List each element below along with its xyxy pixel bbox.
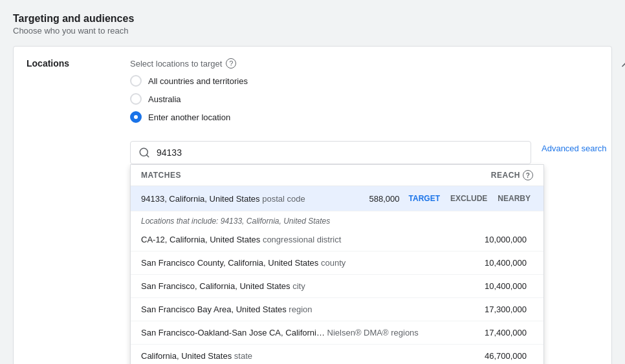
action-buttons: TARGET EXCLUDE NEARBY: [406, 193, 533, 204]
radio-another-location[interactable]: Enter another location: [130, 111, 606, 123]
radio-group-locations: All countries and territories Australia …: [130, 75, 606, 123]
includes-label: Locations that include: 94133, Californi…: [131, 211, 543, 228]
locations-content: Select locations to target ? All countri…: [117, 58, 619, 364]
page-title: Targeting and audiences: [13, 13, 612, 25]
location-dropdown: Matches Reach ? 94133, California, Unite…: [130, 164, 544, 364]
nearby-button[interactable]: NEARBY: [495, 193, 533, 204]
radio-circle-another[interactable]: [130, 111, 142, 123]
svg-line-1: [146, 155, 148, 156]
list-item[interactable]: San Francisco County, California, United…: [131, 252, 543, 275]
list-item[interactable]: San Francisco, California, United States…: [131, 275, 543, 298]
radio-australia[interactable]: Australia: [130, 93, 606, 105]
locations-section: Locations Select locations to target ? A…: [13, 46, 612, 364]
radio-circle-all[interactable]: [130, 75, 142, 87]
radio-circle-australia[interactable]: [130, 93, 142, 105]
location-search-input[interactable]: [157, 147, 523, 158]
list-item[interactable]: San Francisco-Oakland-San Jose CA, Calif…: [131, 321, 543, 345]
primary-result-row[interactable]: 94133, California, United States postal …: [131, 186, 543, 211]
primary-result-name: 94133, California, United States postal …: [141, 194, 342, 204]
dropdown-header: Matches Reach ?: [131, 165, 543, 186]
col-matches-label: Matches: [141, 171, 181, 180]
primary-result-reach: 588,000: [342, 194, 400, 204]
help-icon[interactable]: ?: [226, 58, 236, 69]
list-item[interactable]: San Francisco Bay Area, United States re…: [131, 298, 543, 321]
exclude-button[interactable]: EXCLUDE: [448, 193, 490, 204]
radio-label-another: Enter another location: [148, 112, 230, 122]
radio-label-all: All countries and territories: [148, 76, 248, 86]
locations-header: Locations Select locations to target ? A…: [14, 47, 611, 364]
location-search-bar: [130, 141, 531, 164]
list-item[interactable]: CA-12, California, United States congres…: [131, 228, 543, 252]
locations-title: Locations: [27, 58, 117, 69]
col-reach-label: Reach ?: [491, 170, 533, 180]
radio-label-australia: Australia: [148, 94, 181, 104]
list-item[interactable]: California, United States state 46,700,0…: [131, 345, 543, 364]
page-header: Targeting and audiences Choose who you w…: [13, 13, 612, 36]
select-locations-label: Select locations to target ?: [130, 58, 606, 69]
page-subtitle: Choose who you want to reach: [13, 26, 612, 36]
locations-collapse-icon[interactable]: [619, 58, 625, 71]
reach-help-icon[interactable]: ?: [523, 170, 533, 180]
search-icon: [138, 147, 150, 158]
target-button[interactable]: TARGET: [406, 193, 443, 204]
radio-all-countries[interactable]: All countries and territories: [130, 75, 606, 87]
advanced-search-link[interactable]: Advanced search: [542, 144, 606, 153]
